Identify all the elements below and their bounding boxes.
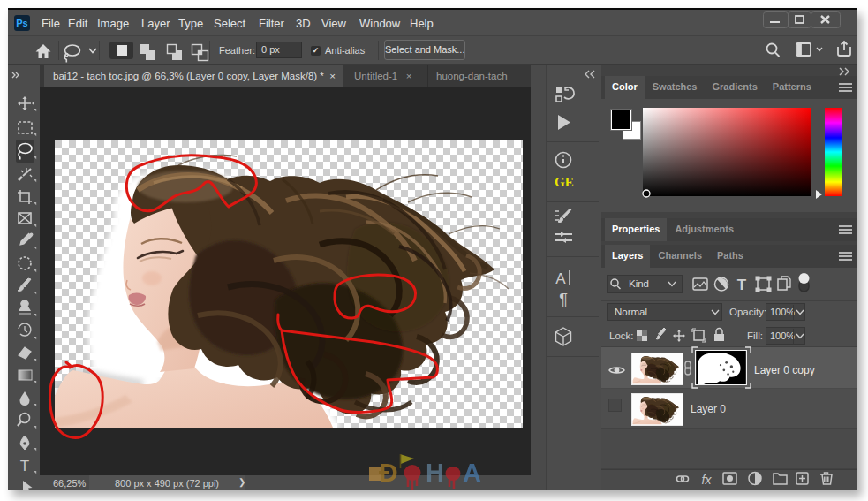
svg-text:T: T (20, 458, 29, 474)
svg-text:T: T (737, 277, 747, 293)
svg-text:A: A (463, 459, 481, 487)
svg-text:fx: fx (702, 473, 713, 487)
svg-text:Đ: Đ (379, 458, 398, 487)
svg-text:H: H (426, 459, 444, 487)
svg-text:¶: ¶ (559, 291, 568, 308)
svg-text:A: A (555, 270, 566, 287)
